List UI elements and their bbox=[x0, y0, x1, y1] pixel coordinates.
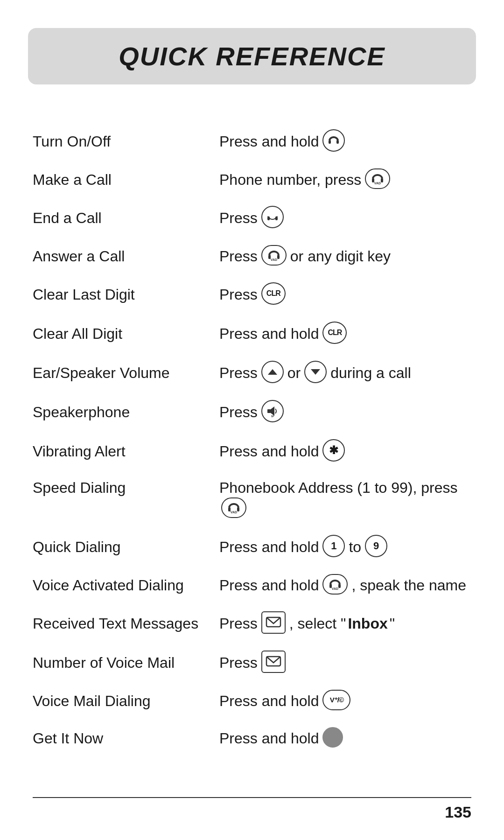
svg-rect-3 bbox=[381, 178, 383, 182]
row-clear-all-digit: Clear All Digit Press and hold CLR bbox=[33, 314, 471, 353]
row-make-a-call: Make a Call Phone number, press VAD bbox=[33, 161, 471, 198]
action-get-it-now: Press and hold bbox=[219, 728, 471, 749]
svg-text:VAD: VAD bbox=[332, 587, 338, 590]
clr-icon-last: CLR bbox=[261, 282, 286, 305]
num9-icon: 9 bbox=[365, 535, 387, 557]
nav-down-icon bbox=[304, 361, 327, 383]
svg-marker-13 bbox=[271, 406, 274, 416]
row-number-of-voice-mail: Number of Voice Mail Press bbox=[33, 643, 471, 682]
svg-marker-11 bbox=[311, 369, 320, 375]
row-clear-last-digit: Clear Last Digit Press CLR bbox=[33, 275, 471, 314]
action-speed-dialing: Phonebook Address (1 to 99), press VAD bbox=[219, 479, 471, 519]
label-voice-mail-dialing: Voice Mail Dialing bbox=[33, 693, 210, 710]
msg-icon bbox=[261, 611, 286, 634]
speaker-icon: SP bbox=[261, 400, 284, 422]
action-ear-speaker-volume: Press or during a call bbox=[219, 362, 471, 384]
svg-rect-0 bbox=[329, 140, 331, 144]
svg-rect-1 bbox=[336, 140, 339, 144]
svg-rect-16 bbox=[237, 507, 239, 511]
action-received-text-messages: Press , select "Inbox" bbox=[219, 612, 471, 635]
clr-icon-all: CLR bbox=[322, 322, 347, 344]
inbox-label: Inbox bbox=[348, 615, 387, 632]
svg-rect-19 bbox=[338, 584, 341, 588]
row-vibrating-alert: Vibrating Alert Press and hold ✱ bbox=[33, 432, 471, 471]
label-clear-last-digit: Clear Last Digit bbox=[33, 286, 210, 303]
star-icon: ✱ bbox=[322, 439, 345, 462]
vad-icon-speed: VAD bbox=[221, 497, 246, 518]
label-make-a-call: Make a Call bbox=[33, 171, 210, 189]
content: Turn On/Off Press and hold Make a Call P… bbox=[0, 112, 504, 785]
msg2-icon bbox=[261, 651, 286, 673]
label-clear-all-digit: Clear All Digit bbox=[33, 325, 210, 343]
label-turn-on-off: Turn On/Off bbox=[33, 133, 210, 150]
vplus-icon: V⁺/© bbox=[322, 690, 350, 710]
gray-circle-icon bbox=[322, 727, 343, 748]
svg-rect-6 bbox=[275, 217, 278, 220]
action-make-a-call: Phone number, press VAD bbox=[219, 169, 471, 190]
row-answer-a-call: Answer a Call Press VAD or any digit key bbox=[33, 238, 471, 275]
row-ear-speaker-volume: Ear/Speaker Volume Press or during a cal… bbox=[33, 353, 471, 392]
svg-marker-10 bbox=[268, 369, 277, 375]
bottom-line bbox=[33, 797, 471, 798]
row-get-it-now: Get It Now Press and hold bbox=[33, 720, 471, 757]
label-speakerphone: Speakerphone bbox=[33, 404, 210, 421]
phone-end-up-icon bbox=[322, 129, 345, 152]
label-number-of-voice-mail: Number of Voice Mail bbox=[33, 654, 210, 672]
action-clear-last-digit: Press CLR bbox=[219, 283, 471, 306]
svg-rect-12 bbox=[267, 409, 271, 413]
nav-up-icon bbox=[261, 361, 284, 383]
phone-end-icon bbox=[261, 206, 284, 228]
label-answer-a-call: Answer a Call bbox=[33, 248, 210, 265]
svg-text:VAD: VAD bbox=[271, 258, 277, 261]
row-received-text-messages: Received Text Messages Press , select "I… bbox=[33, 604, 471, 643]
action-clear-all-digit: Press and hold CLR bbox=[219, 322, 471, 345]
vad-icon-voice: VAD bbox=[322, 574, 348, 595]
label-get-it-now: Get It Now bbox=[33, 730, 210, 747]
action-number-of-voice-mail: Press bbox=[219, 651, 471, 674]
label-voice-activated-dialing: Voice Activated Dialing bbox=[33, 577, 210, 594]
label-end-a-call: End a Call bbox=[33, 210, 210, 227]
svg-text:VAD: VAD bbox=[374, 182, 381, 185]
row-voice-activated-dialing: Voice Activated Dialing Press and hold V… bbox=[33, 567, 471, 604]
label-ear-speaker-volume: Ear/Speaker Volume bbox=[33, 364, 210, 382]
svg-text:SP: SP bbox=[271, 415, 274, 417]
row-voice-mail-dialing: Voice Mail Dialing Press and hold V⁺/© bbox=[33, 682, 471, 720]
row-turn-on-off: Turn On/Off Press and hold bbox=[33, 122, 471, 161]
num1-icon: 1 bbox=[322, 535, 345, 557]
page-number: 135 bbox=[445, 803, 471, 821]
action-speakerphone: Press SP bbox=[219, 401, 471, 423]
svg-rect-8 bbox=[277, 255, 280, 259]
action-turn-on-off: Press and hold bbox=[219, 130, 471, 153]
action-quick-dialing: Press and hold 1 to 9 bbox=[219, 536, 471, 558]
title-text: QUICK REFERENCE bbox=[119, 42, 385, 71]
label-vibrating-alert: Vibrating Alert bbox=[33, 443, 210, 460]
label-received-text-messages: Received Text Messages bbox=[33, 615, 210, 632]
row-speed-dialing: Speed Dialing Phonebook Address (1 to 99… bbox=[33, 471, 471, 527]
svg-rect-5 bbox=[267, 217, 270, 220]
row-speakerphone: Speakerphone Press SP bbox=[33, 392, 471, 432]
action-voice-activated-dialing: Press and hold VAD , speak the name bbox=[219, 575, 471, 595]
svg-text:VAD: VAD bbox=[231, 511, 237, 514]
label-speed-dialing: Speed Dialing bbox=[33, 479, 210, 497]
action-answer-a-call: Press VAD or any digit key bbox=[219, 246, 471, 266]
action-voice-mail-dialing: Press and hold V⁺/© bbox=[219, 691, 471, 711]
vad-icon-answer: VAD bbox=[261, 245, 287, 266]
action-vibrating-alert: Press and hold ✱ bbox=[219, 440, 471, 462]
title-bar: QUICK REFERENCE bbox=[28, 28, 476, 84]
label-quick-dialing: Quick Dialing bbox=[33, 539, 210, 556]
row-quick-dialing: Quick Dialing Press and hold 1 to 9 bbox=[33, 527, 471, 567]
row-end-a-call: End a Call Press bbox=[33, 198, 471, 238]
vad-icon-make: VAD bbox=[365, 168, 390, 189]
action-end-a-call: Press bbox=[219, 207, 471, 229]
